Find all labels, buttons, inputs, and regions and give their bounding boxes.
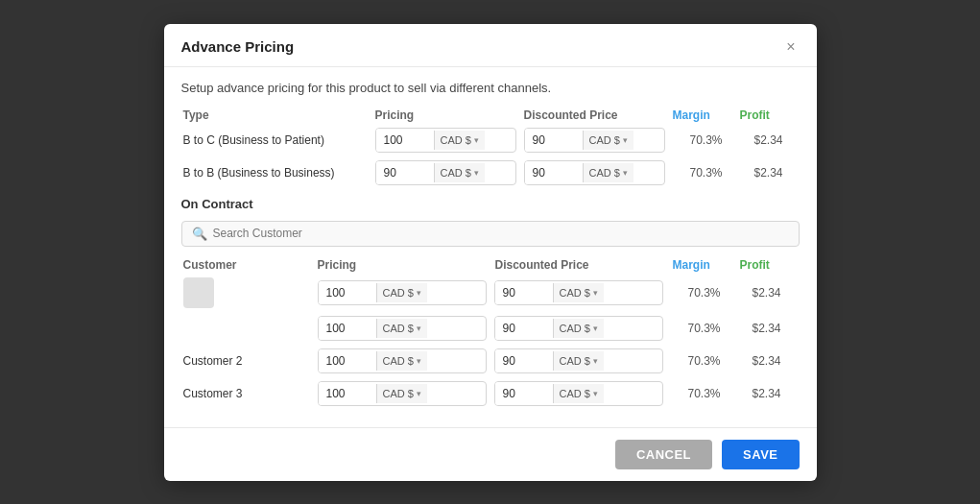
c2-discounted-group: CAD $ ▾ xyxy=(494,316,663,341)
col-margin: Margin xyxy=(673,108,740,122)
btoc-discounted-chevron-icon: ▾ xyxy=(623,135,628,145)
close-button[interactable]: × xyxy=(782,37,799,57)
col-discounted: Discounted Price xyxy=(524,108,673,122)
c3-pricing-input[interactable] xyxy=(319,349,376,372)
c1-pricing-input[interactable] xyxy=(319,281,376,304)
c2-pricing-currency[interactable]: CAD $ ▾ xyxy=(376,319,427,338)
customer-search-bar[interactable]: 🔍 xyxy=(181,221,800,247)
pricing-column-headers: Type Pricing Discounted Price Margin Pro… xyxy=(181,108,800,122)
customer-column-headers: Customer Pricing Discounted Price Margin… xyxy=(181,258,800,272)
customer-1-avatar xyxy=(183,277,214,308)
customer-row-2: CAD $ ▾ CAD $ ▾ 70. xyxy=(181,316,798,341)
btob-row: B to B (Business to Business) CAD $ ▾ CA… xyxy=(181,160,800,185)
modal-title: Advance Pricing xyxy=(181,38,295,55)
save-button[interactable]: SAVE xyxy=(722,440,799,469)
search-icon: 🔍 xyxy=(192,227,207,241)
c4-pricing-currency[interactable]: CAD $ ▾ xyxy=(376,384,427,403)
btob-profit: $2.34 xyxy=(740,166,798,180)
c1-discounted-input[interactable] xyxy=(495,281,553,304)
c2-pricing-group: CAD $ ▾ xyxy=(318,316,487,341)
on-contract-section: On Contract 🔍 Customer Pricing Discounte… xyxy=(181,197,800,414)
customer-1-cell xyxy=(183,277,318,308)
c3-discounted-chevron-icon: ▾ xyxy=(593,356,598,366)
btob-pricing-input[interactable] xyxy=(376,161,434,184)
c4-pricing-group: CAD $ ▾ xyxy=(318,381,487,406)
c1-margin: 70.3% xyxy=(671,286,738,300)
btob-discounted-input-group: CAD $ ▾ xyxy=(524,160,665,185)
col-c-margin: Margin xyxy=(673,258,740,272)
col-type: Type xyxy=(183,108,375,122)
customer-row-4: Customer 3 CAD $ ▾ xyxy=(181,381,798,406)
overlay: Advance Pricing × Setup advance pricing … xyxy=(0,0,980,504)
btob-discounted-input[interactable] xyxy=(525,161,583,184)
col-pricing: Pricing xyxy=(375,108,524,122)
contract-rows-scroll: CAD $ ▾ CAD $ ▾ 70. xyxy=(181,277,800,414)
c4-discounted-input[interactable] xyxy=(495,382,553,405)
col-profit: Profit xyxy=(740,108,798,122)
col-c-profit: Profit xyxy=(740,258,798,272)
c3-pricing-currency[interactable]: CAD $ ▾ xyxy=(376,351,427,371)
btoc-margin: 70.3% xyxy=(673,133,740,147)
c1-profit: $2.34 xyxy=(738,286,796,300)
customer-search-input[interactable] xyxy=(213,227,789,240)
col-c-pricing: Pricing xyxy=(318,258,495,272)
btoc-row: B to C (Business to Patient) CAD $ ▾ CAD… xyxy=(181,128,800,153)
c4-profit: $2.34 xyxy=(738,387,796,400)
c3-discounted-group: CAD $ ▾ xyxy=(494,348,663,373)
c3-pricing-group: CAD $ ▾ xyxy=(318,348,487,373)
c2-discounted-input[interactable] xyxy=(495,317,553,340)
c1-pricing-currency[interactable]: CAD $ ▾ xyxy=(376,283,427,302)
btob-label: B to B (Business to Business) xyxy=(183,166,375,180)
c2-profit: $2.34 xyxy=(738,322,796,335)
btoc-discounted-input-group: CAD $ ▾ xyxy=(524,128,665,153)
cancel-button[interactable]: CANCEL xyxy=(615,440,712,469)
c1-pricing-group: CAD $ ▾ xyxy=(318,280,487,305)
btoc-label: B to C (Business to Patient) xyxy=(183,133,375,147)
on-contract-title: On Contract xyxy=(181,197,800,211)
c4-pricing-chevron-icon: ▾ xyxy=(417,389,421,398)
c3-margin: 70.3% xyxy=(671,354,738,368)
c2-discounted-chevron-icon: ▾ xyxy=(593,324,598,333)
btob-discounted-chevron-icon: ▾ xyxy=(623,168,628,178)
c4-discounted-currency[interactable]: CAD $ ▾ xyxy=(553,384,604,403)
customer-3-name: Customer 2 xyxy=(183,354,318,368)
col-customer: Customer xyxy=(183,258,318,272)
modal-header: Advance Pricing × xyxy=(164,24,817,67)
btob-pricing-input-group: CAD $ ▾ xyxy=(375,160,516,185)
c2-pricing-chevron-icon: ▾ xyxy=(417,324,421,333)
c1-discounted-group: CAD $ ▾ xyxy=(494,280,663,305)
btob-pricing-chevron-icon: ▾ xyxy=(474,168,479,178)
btob-discounted-currency[interactable]: CAD $ ▾ xyxy=(583,163,633,182)
c1-discounted-currency[interactable]: CAD $ ▾ xyxy=(553,283,604,302)
c2-discounted-currency[interactable]: CAD $ ▾ xyxy=(553,319,604,338)
c3-discounted-currency[interactable]: CAD $ ▾ xyxy=(553,351,604,371)
btoc-pricing-currency[interactable]: CAD $ ▾ xyxy=(434,131,485,150)
modal-footer: CANCEL SAVE xyxy=(164,427,817,481)
modal-container: Advance Pricing × Setup advance pricing … xyxy=(164,24,817,481)
modal-body: Setup advance pricing for this product t… xyxy=(164,67,817,427)
c3-profit: $2.34 xyxy=(738,354,796,368)
c4-discounted-chevron-icon: ▾ xyxy=(593,389,598,398)
col-c-discounted: Discounted Price xyxy=(495,258,673,272)
btoc-pricing-chevron-icon: ▾ xyxy=(474,135,479,145)
btoc-discounted-input[interactable] xyxy=(525,129,583,152)
c1-pricing-chevron-icon: ▾ xyxy=(417,288,421,298)
customer-row-1: CAD $ ▾ CAD $ ▾ 70. xyxy=(181,277,798,308)
c1-discounted-chevron-icon: ▾ xyxy=(593,288,598,298)
btoc-pricing-input[interactable] xyxy=(376,129,434,152)
c2-margin: 70.3% xyxy=(671,322,738,335)
subtitle: Setup advance pricing for this product t… xyxy=(181,81,800,95)
c4-discounted-group: CAD $ ▾ xyxy=(494,381,663,406)
c3-pricing-chevron-icon: ▾ xyxy=(417,356,421,366)
customer-4-name: Customer 3 xyxy=(183,387,318,400)
c4-pricing-input[interactable] xyxy=(319,382,376,405)
btob-pricing-currency[interactable]: CAD $ ▾ xyxy=(434,163,485,182)
btoc-profit: $2.34 xyxy=(740,133,798,147)
c2-pricing-input[interactable] xyxy=(319,317,376,340)
btob-margin: 70.3% xyxy=(673,166,740,180)
c3-discounted-input[interactable] xyxy=(495,349,553,372)
btoc-discounted-currency[interactable]: CAD $ ▾ xyxy=(583,131,633,150)
customer-row-3: Customer 2 CAD $ ▾ xyxy=(181,348,798,373)
contract-rows-container: CAD $ ▾ CAD $ ▾ 70. xyxy=(181,277,800,414)
c4-margin: 70.3% xyxy=(671,387,738,400)
